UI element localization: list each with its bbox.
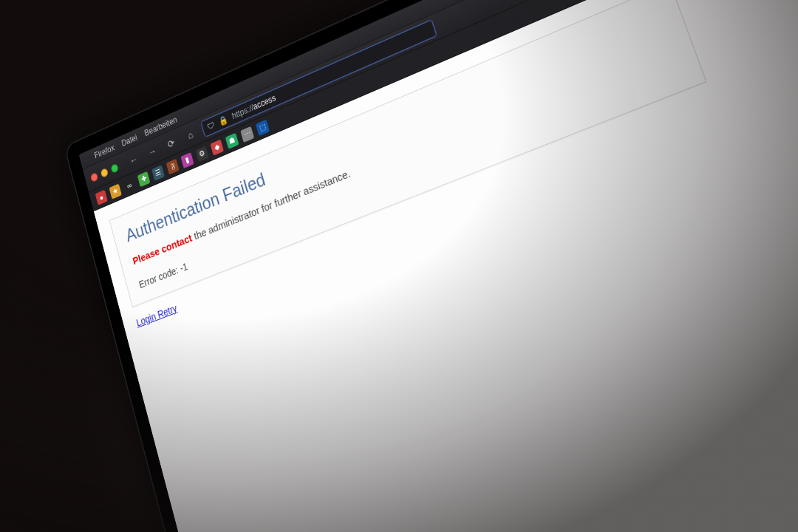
addon-icon-0[interactable]: ● [95, 189, 108, 205]
addon-icon-7[interactable]: ⚙ [195, 146, 208, 162]
screen: Firefox Datei Bearbeiten ← → ⟳ ⌂ 🛡 🔒 [79, 0, 798, 532]
window-minimize-button[interactable] [100, 167, 108, 177]
nav-forward-button[interactable]: → [143, 140, 162, 163]
page-viewport: Authentication Failed Please contact the… [94, 0, 798, 532]
addon-icon-10[interactable]: ⋯ [240, 126, 254, 142]
lock-icon[interactable]: 🔒 [217, 114, 228, 127]
addon-icon-5[interactable]: 𝔉 [166, 158, 180, 174]
url-protocol: https:// [231, 103, 254, 121]
addon-icon-8[interactable]: ◆ [210, 139, 224, 155]
error-code-label: Error code: [138, 264, 182, 290]
addon-icon-2[interactable]: ∞ [123, 177, 136, 193]
nav-back-button[interactable]: ← [124, 149, 143, 171]
nav-home-button[interactable]: ⌂ [180, 123, 200, 147]
addon-icon-11[interactable]: ⬚ [256, 119, 270, 135]
traffic-lights [90, 163, 119, 182]
nav-reload-button[interactable]: ⟳ [162, 132, 181, 154]
scene-room: Firefox Datei Bearbeiten ← → ⟳ ⌂ 🛡 🔒 [0, 0, 798, 532]
addon-icon-6[interactable]: ▮ [180, 152, 194, 168]
window-maximize-button[interactable] [110, 163, 119, 173]
laptop-body: Firefox Datei Bearbeiten ← → ⟳ ⌂ 🛡 🔒 [64, 0, 798, 532]
login-retry-link[interactable]: Login Retry [135, 302, 178, 328]
window-close-button[interactable] [90, 172, 98, 183]
addon-icon-9[interactable]: ☗ [225, 132, 239, 149]
addon-icon-3[interactable]: ✚ [137, 171, 151, 186]
url-host: access [252, 92, 277, 112]
tracking-shield-icon[interactable]: 🛡 [206, 120, 216, 132]
addon-icon-1[interactable]: ★ [109, 183, 121, 199]
addon-icon-4[interactable]: ☰ [151, 165, 165, 181]
